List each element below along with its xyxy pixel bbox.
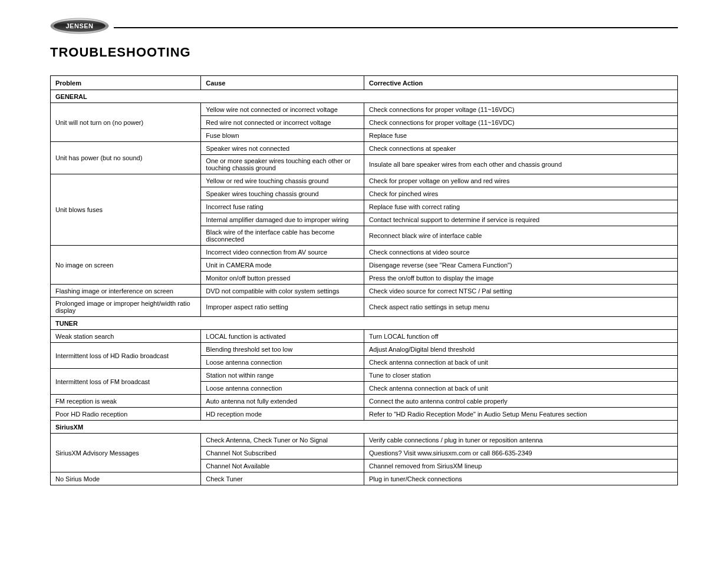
cell-cause: Check Tuner [201,472,364,485]
cell-cause: Red wire not connected or incorrect volt… [201,116,364,129]
section-name: TUNER [51,317,678,330]
table-row: No Sirius ModeCheck TunerPlug in tuner/C… [51,472,678,485]
cell-action: Replace fuse [364,129,677,142]
cell-problem: No image on screen [51,246,201,285]
cell-action: Check connections at video source [364,246,677,259]
cell-action: Check connections for proper voltage (11… [364,116,677,129]
page-header: JENSEN [50,18,678,34]
cell-cause: Yellow or red wire touching chassis grou… [201,174,364,187]
cell-problem: Intermittent loss of FM broadcast [51,369,201,395]
cell-action: Disengage reverse (see "Rear Camera Func… [364,259,677,272]
cell-cause: Yellow wire not connected or incorrect v… [201,103,364,116]
cell-cause: Black wire of the interface cable has be… [201,226,364,246]
table-row: Weak station searchLOCAL function is act… [51,330,678,343]
cell-action: Questions? Visit www.siriusxm.com or cal… [364,447,677,459]
cell-cause: Loose antenna connection [201,356,364,369]
cell-cause: Speaker wires not connected [201,142,364,155]
section-header-row: GENERAL [51,90,678,103]
cell-action: Reconnect black wire of interface cable [364,226,677,246]
cell-action: Check aspect ratio settings in setup men… [364,297,677,317]
table-row: Intermittent loss of HD Radio broadcastB… [51,343,678,356]
cell-problem: Unit blows fuses [51,174,201,246]
table-row: Unit will not turn on (no power)Yellow w… [51,103,678,116]
cell-cause: Incorrect fuse rating [201,200,364,213]
table-row: Poor HD Radio receptionHD reception mode… [51,408,678,421]
cell-cause: HD reception mode [201,408,364,421]
cell-cause: Auto antenna not fully extended [201,395,364,408]
table-row: SiriusXM Advisory MessagesCheck Antenna,… [51,434,678,447]
cell-cause: Incorrect video connection from AV sourc… [201,246,364,259]
cell-action: Adjust Analog/Digital blend threshold [364,343,677,356]
cell-action: Check for pinched wires [364,187,677,200]
brand-logo: JENSEN [50,18,109,34]
col-header-cause: Cause [201,76,364,90]
cell-cause: Fuse blown [201,129,364,142]
cell-action: Plug in tuner/Check connections [364,472,677,485]
table-row: Flashing image or interference on screen… [51,285,678,297]
cell-cause: Channel Not Available [201,459,364,472]
cell-problem: Unit will not turn on (no power) [51,103,201,142]
cell-action: Check for proper voltage on yellow and r… [364,174,677,187]
section-header-row: TUNER [51,317,678,330]
section-name: GENERAL [51,90,678,103]
cell-problem: Poor HD Radio reception [51,408,201,421]
col-header-problem: Problem [51,76,201,90]
cell-action: Verify cable connections / plug in tuner… [364,434,677,447]
troubleshooting-table: Problem Cause Corrective Action GENERALU… [50,75,678,485]
section-header-row: SiriusXM [51,421,678,434]
cell-problem: No Sirius Mode [51,472,201,485]
cell-problem: Prolonged image or improper height/width… [51,297,201,317]
cell-problem: FM reception is weak [51,395,201,408]
cell-action: Press the on/off button to display the i… [364,272,677,285]
table-row: No image on screenIncorrect video connec… [51,246,678,259]
table-header-row: Problem Cause Corrective Action [51,76,678,90]
cell-action: Contact technical support to determine i… [364,213,677,226]
cell-cause: Speaker wires touching chassis ground [201,187,364,200]
cell-problem: Flashing image or interference on screen [51,285,201,297]
table-row: Prolonged image or improper height/width… [51,297,678,317]
cell-problem: Unit has power (but no sound) [51,142,201,174]
cell-problem: Intermittent loss of HD Radio broadcast [51,343,201,369]
cell-cause: DVD not compatible with color system set… [201,285,364,297]
cell-action: Replace fuse with correct rating [364,200,677,213]
cell-cause: Channel Not Subscribed [201,447,364,459]
section-name: SiriusXM [51,421,678,434]
cell-action: Turn LOCAL function off [364,330,677,343]
cell-action: Refer to "HD Radio Reception Mode" in Au… [364,408,677,421]
cell-action: Check antenna connection at back of unit [364,382,677,395]
cell-cause: One or more speaker wires touching each … [201,155,364,174]
cell-cause: Check Antenna, Check Tuner or No Signal [201,434,364,447]
col-header-action: Corrective Action [364,76,677,90]
cell-problem: SiriusXM Advisory Messages [51,434,201,472]
cell-action: Check connections for proper voltage (11… [364,103,677,116]
cell-cause: Station not within range [201,369,364,382]
cell-problem: Weak station search [51,330,201,343]
cell-cause: LOCAL function is activated [201,330,364,343]
table-row: Unit blows fusesYellow or red wire touch… [51,174,678,187]
cell-action: Channel removed from SiriusXM lineup [364,459,677,472]
svg-text:JENSEN: JENSEN [65,22,93,29]
header-rule [114,27,678,28]
cell-cause: Internal amplifier damaged due to improp… [201,213,364,226]
table-row: Intermittent loss of FM broadcastStation… [51,369,678,382]
cell-action: Check connections at speaker [364,142,677,155]
cell-action: Connect the auto antenna control cable p… [364,395,677,408]
cell-action: Insulate all bare speaker wires from eac… [364,155,677,174]
cell-action: Tune to closer station [364,369,677,382]
cell-action: Check antenna connection at back of unit [364,356,677,369]
page-title: TROUBLESHOOTING [50,45,678,60]
cell-cause: Improper aspect ratio setting [201,297,364,317]
cell-cause: Unit in CAMERA mode [201,259,364,272]
cell-cause: Monitor on/off button pressed [201,272,364,285]
cell-cause: Loose antenna connection [201,382,364,395]
table-row: FM reception is weakAuto antenna not ful… [51,395,678,408]
cell-action: Check video source for correct NTSC / Pa… [364,285,677,297]
cell-cause: Blending threshold set too low [201,343,364,356]
table-row: Unit has power (but no sound)Speaker wir… [51,142,678,155]
